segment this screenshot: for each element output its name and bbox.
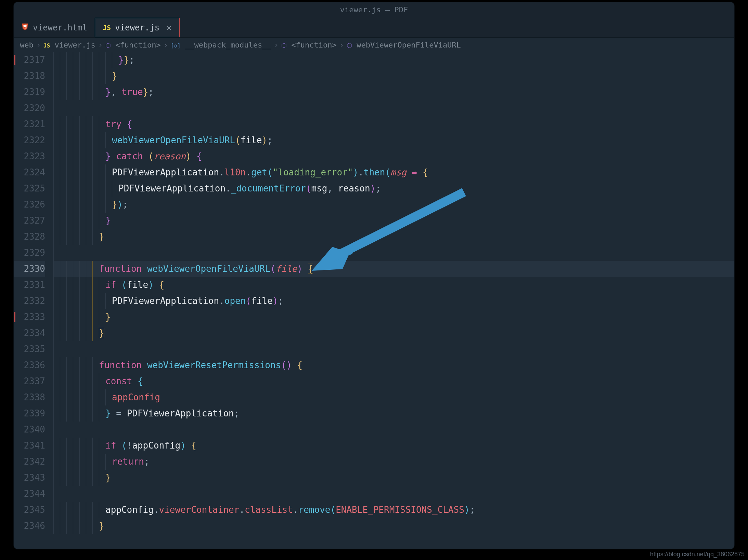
code-line[interactable]: return; <box>53 454 734 470</box>
breadcrumb[interactable]: web›JS viewer.js›⬡ <function>›[◇] __webp… <box>14 38 734 52</box>
code-area[interactable]: }};}}, true};try {webViewerOpenFileViaUR… <box>53 52 734 549</box>
code-line[interactable]: } <box>53 518 734 534</box>
code-line[interactable]: } catch (reason) { <box>53 148 734 164</box>
line-number: 2335 <box>14 341 45 357</box>
code-line[interactable]: }}; <box>53 52 734 68</box>
symbol-method-icon: ⬡ <box>347 42 352 49</box>
breadcrumb-segment[interactable]: ⬡ <function> <box>105 41 161 49</box>
tab-viewer-html[interactable]: viewer.html <box>14 18 95 37</box>
line-number: 2330 <box>14 261 45 277</box>
line-number: 2344 <box>14 486 45 502</box>
line-number: 2346 <box>14 518 45 534</box>
code-line[interactable]: if (!appConfig) { <box>53 438 734 454</box>
breadcrumb-segment[interactable]: JS viewer.js <box>43 41 95 49</box>
line-number: 2329 <box>14 245 45 261</box>
line-number: 2325 <box>14 181 45 197</box>
line-number: 2332 <box>14 293 45 309</box>
html5-icon <box>21 23 29 32</box>
breadcrumb-label: webViewerOpenFileViaURL <box>357 41 461 49</box>
js-icon: JS <box>43 42 50 49</box>
code-line[interactable]: } <box>53 325 734 341</box>
code-line[interactable]: } <box>53 68 734 84</box>
breadcrumb-label: viewer.js <box>55 41 95 49</box>
tab-label: viewer.html <box>33 23 87 32</box>
chevron-right-icon: › <box>36 41 41 49</box>
line-number: 2324 <box>14 164 45 181</box>
line-number: 2322 <box>14 132 45 148</box>
code-line[interactable]: try { <box>53 116 734 132</box>
line-number: 2341 <box>14 438 45 454</box>
line-number: 2345 <box>14 502 45 518</box>
line-number: 2323 <box>14 148 45 164</box>
chevron-right-icon: › <box>339 41 344 49</box>
line-number: 2340 <box>14 422 45 438</box>
chevron-right-icon: › <box>274 41 279 49</box>
code-line[interactable] <box>53 100 734 116</box>
breadcrumb-segment[interactable]: ⬡ webViewerOpenFileViaURL <box>347 41 461 49</box>
code-line[interactable]: appConfig <box>53 389 734 405</box>
line-number: 2337 <box>14 373 45 389</box>
line-number: 2338 <box>14 389 45 405</box>
line-number: 2318 <box>14 68 45 84</box>
breadcrumb-segment[interactable]: [◇] __webpack_modules__ <box>171 41 271 49</box>
code-line[interactable]: PDFViewerApplication._documentError(msg,… <box>53 181 734 197</box>
line-number: 2317 <box>14 52 45 68</box>
code-line[interactable] <box>53 341 734 357</box>
tab-viewer-js[interactable]: JS viewer.js × <box>95 18 180 37</box>
code-line[interactable] <box>53 422 734 438</box>
gutter-mark <box>14 312 15 322</box>
code-line[interactable]: } <box>53 309 734 325</box>
line-number: 2342 <box>14 454 45 470</box>
breadcrumb-segment[interactable]: web <box>20 41 34 49</box>
code-line[interactable] <box>53 486 734 502</box>
line-number: 2327 <box>14 213 45 229</box>
line-number: 2334 <box>14 325 45 341</box>
code-line[interactable] <box>53 245 734 261</box>
chevron-right-icon: › <box>98 41 103 49</box>
code-line[interactable]: } <box>53 213 734 229</box>
line-number: 2331 <box>14 277 45 293</box>
line-gutter: 2317231823192320232123222323232423252326… <box>14 52 53 549</box>
symbol-variable-icon: [◇] <box>171 42 181 49</box>
code-line[interactable]: if (file) { <box>53 277 734 293</box>
code-line[interactable]: } <box>53 470 734 486</box>
line-number: 2333 <box>14 309 45 325</box>
line-number: 2326 <box>14 197 45 213</box>
code-line[interactable]: const { <box>53 373 734 389</box>
code-line[interactable]: }, true}; <box>53 84 734 100</box>
watermark-text: https://blog.csdn.net/qq_38062875 <box>650 551 745 558</box>
tab-label: viewer.js <box>115 23 159 32</box>
line-number: 2343 <box>14 470 45 486</box>
line-number: 2321 <box>14 116 45 132</box>
code-line[interactable]: PDFViewerApplication.l10n.get("loading_e… <box>53 164 734 181</box>
code-line[interactable]: } <box>53 229 734 245</box>
line-number: 2336 <box>14 357 45 373</box>
line-number: 2339 <box>14 405 45 422</box>
code-line[interactable]: } = PDFViewerApplication; <box>53 405 734 422</box>
line-number: 2328 <box>14 229 45 245</box>
tab-bar: viewer.html JS viewer.js × <box>14 18 734 38</box>
breadcrumb-label: <function> <box>115 41 160 49</box>
symbol-method-icon: ⬡ <box>105 42 111 49</box>
editor-window: viewer.js — PDF viewer.html JS viewer.js… <box>14 2 734 549</box>
code-editor[interactable]: 2317231823192320232123222323232423252326… <box>14 52 734 549</box>
code-line[interactable]: PDFViewerApplication.open(file); <box>53 293 734 309</box>
symbol-method-icon: ⬡ <box>281 42 287 49</box>
breadcrumb-label: web <box>20 41 34 49</box>
code-line[interactable]: }); <box>53 197 734 213</box>
js-icon: JS <box>103 24 111 32</box>
close-icon[interactable]: × <box>166 23 172 33</box>
breadcrumb-label: __webpack_modules__ <box>185 41 271 49</box>
code-line[interactable]: appConfig.viewerContainer.classList.remo… <box>53 502 734 518</box>
chevron-right-icon: › <box>164 41 168 49</box>
line-number: 2319 <box>14 84 45 100</box>
breadcrumb-segment[interactable]: ⬡ <function> <box>281 41 337 49</box>
code-line[interactable]: webViewerOpenFileViaURL(file); <box>53 132 734 148</box>
gutter-mark <box>14 55 15 65</box>
breadcrumb-label: <function> <box>291 41 336 49</box>
code-line[interactable]: function webViewerOpenFileViaURL(file) { <box>53 261 734 277</box>
code-line[interactable]: function webViewerResetPermissions() { <box>53 357 734 373</box>
line-number: 2320 <box>14 100 45 116</box>
window-title: viewer.js — PDF <box>14 2 734 18</box>
